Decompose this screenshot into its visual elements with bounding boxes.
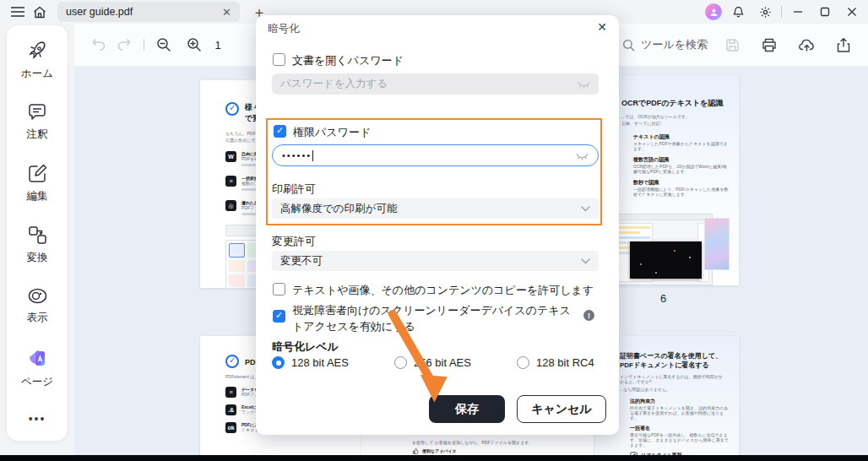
sidebar-label-view: 表示 <box>27 311 48 325</box>
maximize-icon[interactable] <box>814 3 836 21</box>
document-tab[interactable]: user guide.pdf ✕ <box>57 2 240 22</box>
copy-permission-label: テキストや画像、その他のコンテンツのコピーを許可します <box>292 283 594 298</box>
sidebar-more-icon[interactable]: ••• <box>29 412 46 426</box>
rocket-icon <box>27 41 47 61</box>
notifications-bell-icon[interactable] <box>727 3 749 21</box>
save-button[interactable]: 保存 <box>429 395 505 423</box>
quality-icon: ◎ <box>225 200 236 211</box>
radio-unselected-icon <box>517 356 529 369</box>
page-image-swirl <box>704 218 730 270</box>
tab-title: user guide.pdf <box>66 6 222 18</box>
page-number-indicator[interactable]: 1 <box>207 39 229 52</box>
print-permission-value: 高解像度での印刷が可能 <box>280 202 397 216</box>
text-caret <box>312 150 313 161</box>
search-icon <box>622 39 635 52</box>
word-icon: W <box>225 151 236 162</box>
sidebar-item-annotation[interactable]: 注釈 <box>27 103 48 142</box>
sidebar-label-convert: 変換 <box>27 251 48 265</box>
checkbox-unchecked-icon <box>273 283 285 296</box>
permission-password-checkbox[interactable]: 権限パスワード <box>274 125 371 140</box>
change-permission-value: 変更不可 <box>280 254 323 268</box>
pdf-page-middle-bottom: を使用して お客様を追加しながら、PDFファイルを開きます。 便利なアドバイス <box>361 435 594 456</box>
radio-128-aes[interactable]: 128 bit AES <box>272 356 349 369</box>
permission-password-label: 権限パスワード <box>293 125 371 140</box>
print-permission-label: 印刷許可 <box>272 182 316 197</box>
bottom-edge-bar <box>0 455 868 461</box>
radio-128-aes-label: 128 bit AES <box>291 356 349 369</box>
cancel-button[interactable]: キャンセル <box>517 395 606 423</box>
checkbox-unchecked-icon <box>273 53 285 66</box>
eye-slash-icon[interactable] <box>576 151 589 160</box>
undo-icon[interactable] <box>86 33 111 57</box>
sidebar-item-edit[interactable]: 編集 <box>27 164 48 203</box>
screen-reader-checkbox[interactable]: 視覚障害者向けのスクリーンリーダーデバイスのテキストアクセスを有効にする <box>273 303 572 335</box>
open-password-input: パスワードを入力する <box>272 73 599 95</box>
sidebar-item-home[interactable]: ホーム <box>21 41 53 81</box>
radio-128-rc4-label: 128 bit RC4 <box>536 356 594 369</box>
edit-icon <box>28 164 47 183</box>
home-icon[interactable] <box>29 3 51 21</box>
check-circle-icon <box>225 102 239 116</box>
sidebar-item-pages[interactable]: ページ <box>21 347 53 389</box>
open-password-label: 文書を開くパスワード <box>292 53 404 68</box>
sidebar-item-convert[interactable]: 変換 <box>27 225 48 265</box>
divider <box>144 39 144 51</box>
hamburger-menu-icon[interactable] <box>7 3 29 21</box>
save-icon[interactable] <box>719 33 745 57</box>
sidebar: ホーム 注釈 編集 変換 表示 ページ ••• <box>7 25 68 441</box>
tool-search-placeholder: ツールを検索 <box>641 37 708 52</box>
checkbox-checked-icon <box>273 310 285 323</box>
sidebar-label-pages: ページ <box>21 375 53 389</box>
tab-close-icon[interactable]: ✕ <box>222 6 231 19</box>
excel-icon: .& <box>225 404 236 415</box>
print-permission-dropdown[interactable]: 高解像度での印刷が可能 <box>272 198 599 219</box>
sidebar-item-view[interactable]: 表示 <box>27 287 48 325</box>
radio-selected-icon <box>272 356 285 369</box>
close-window-icon[interactable] <box>841 3 863 21</box>
screen-reader-label: 視覚障害者向けのスクリーンリーダーデバイスのテキストアクセスを有効にする <box>292 303 572 335</box>
permission-password-input[interactable]: •••••• <box>272 144 599 166</box>
avatar[interactable] <box>705 3 722 20</box>
sidebar-label-annotation: 注釈 <box>27 127 48 142</box>
divider <box>781 6 782 18</box>
tool-search-input[interactable]: ツールを検索 <box>622 37 708 52</box>
ok-icon: ok <box>225 422 236 433</box>
view-icon <box>27 287 48 305</box>
chevron-down-icon <box>581 258 590 264</box>
page-number-label: 6 <box>660 292 666 305</box>
dialog-title: 暗号化 <box>268 22 300 36</box>
batch-icon: ≡ <box>225 176 236 187</box>
checkbox-checked-icon <box>274 125 286 138</box>
eye-slash-icon <box>578 79 590 89</box>
dialog-close-icon[interactable]: ✕ <box>597 20 607 34</box>
check-circle-icon <box>225 355 239 368</box>
zoom-out-icon[interactable] <box>151 33 176 57</box>
radio-256-aes-label: 256 bit AES <box>414 356 471 369</box>
cloud-upload-icon[interactable] <box>794 33 819 57</box>
encryption-level-label: 暗号化レベル <box>272 339 339 355</box>
form-icon: ≡ <box>225 387 236 398</box>
print-icon[interactable] <box>757 33 782 57</box>
settings-gear-icon[interactable] <box>754 3 776 21</box>
pages-ai-icon <box>26 347 48 369</box>
minimize-icon[interactable] <box>787 3 809 21</box>
radio-128-rc4[interactable]: 128 bit RC4 <box>517 356 594 369</box>
change-permission-label: 変更許可 <box>272 234 316 249</box>
zoom-in-icon[interactable] <box>182 33 207 57</box>
comment-icon <box>27 103 47 122</box>
password-dots: •••••• <box>282 151 312 160</box>
open-password-checkbox[interactable]: 文書を開くパスワード <box>273 53 404 68</box>
encryption-dialog: 暗号化 ✕ 文書を開くパスワード パスワードを入力する 権限パスワード ••••… <box>256 15 619 435</box>
radio-unselected-icon <box>394 356 407 369</box>
info-icon[interactable]: ! <box>583 310 594 321</box>
radio-256-aes[interactable]: 256 bit AES <box>394 356 471 369</box>
share-export-icon[interactable] <box>831 33 856 57</box>
sidebar-label-edit: 編集 <box>27 189 48 203</box>
redo-icon[interactable] <box>111 33 137 57</box>
chevron-down-icon <box>581 206 590 212</box>
change-permission-dropdown[interactable]: 変更不可 <box>272 251 599 271</box>
sidebar-label-home: ホーム <box>21 67 53 81</box>
open-password-placeholder: パスワードを入力する <box>280 77 388 91</box>
copy-permission-checkbox[interactable]: テキストや画像、その他のコンテンツのコピーを許可します <box>273 283 594 298</box>
page-dark-image <box>630 241 702 279</box>
